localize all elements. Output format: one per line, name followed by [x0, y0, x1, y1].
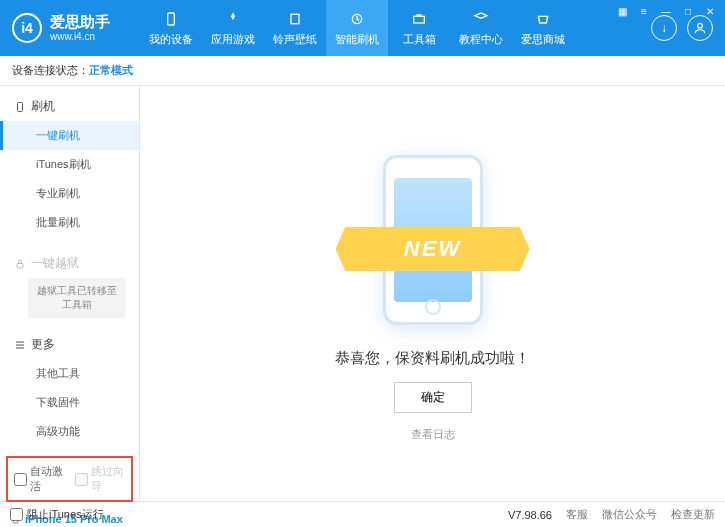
footer-link-update[interactable]: 检查更新	[671, 507, 715, 522]
menu-button[interactable]: ▦	[615, 4, 629, 18]
sidebar-item-advanced[interactable]: 高级功能	[0, 417, 139, 446]
flash-group-icon	[14, 101, 26, 113]
apps-icon	[224, 10, 242, 28]
maximize-button[interactable]: □	[681, 4, 695, 18]
compact-button[interactable]: ≡	[637, 4, 651, 18]
version-label: V7.98.66	[508, 509, 552, 521]
window-controls: ▦ ≡ — □ ✕	[615, 4, 717, 18]
footer-link-wechat[interactable]: 微信公众号	[602, 507, 657, 522]
top-nav: 我的设备 应用游戏 铃声壁纸 智能刷机 工具箱 教程中心 爱思商城	[140, 0, 651, 56]
new-badge: NEW	[336, 227, 530, 271]
svg-point-4	[698, 23, 703, 28]
sidebar-jailbreak-title: 一键越狱	[0, 249, 139, 278]
store-icon	[534, 10, 552, 28]
svg-rect-1	[291, 14, 299, 23]
sidebar: 刷机 一键刷机 iTunes刷机 专业刷机 批量刷机 一键越狱 越狱工具已转移至…	[0, 86, 140, 501]
auto-activate-checkbox[interactable]: 自动激活	[14, 464, 65, 494]
success-illustration: NEW	[358, 145, 508, 335]
nav-ringtone[interactable]: 铃声壁纸	[264, 0, 326, 56]
app-name: 爱思助手	[50, 14, 110, 31]
close-button[interactable]: ✕	[703, 4, 717, 18]
lock-icon	[14, 258, 26, 270]
svg-rect-3	[414, 16, 425, 23]
nav-toolbox[interactable]: 工具箱	[388, 0, 450, 56]
status-label: 设备连接状态：	[12, 63, 89, 78]
nav-tutorial[interactable]: 教程中心	[450, 0, 512, 56]
device-icon	[162, 10, 180, 28]
activation-options: 自动激活 跳过向导	[6, 456, 133, 502]
sidebar-item-download-firmware[interactable]: 下载固件	[0, 388, 139, 417]
sidebar-item-batch-flash[interactable]: 批量刷机	[0, 208, 139, 237]
block-itunes-checkbox[interactable]: 阻止iTunes运行	[10, 507, 104, 522]
logo-icon: i4	[12, 13, 42, 43]
sidebar-item-pro-flash[interactable]: 专业刷机	[0, 179, 139, 208]
titlebar: i4 爱思助手 www.i4.cn 我的设备 应用游戏 铃声壁纸 智能刷机 工具…	[0, 0, 725, 56]
tutorial-icon	[472, 10, 490, 28]
ringtone-icon	[286, 10, 304, 28]
nav-flash[interactable]: 智能刷机	[326, 0, 388, 56]
jailbreak-note: 越狱工具已转移至工具箱	[28, 278, 125, 318]
flash-icon	[348, 10, 366, 28]
svg-rect-6	[17, 263, 23, 268]
list-icon	[14, 339, 26, 351]
nav-my-device[interactable]: 我的设备	[140, 0, 202, 56]
svg-rect-5	[18, 102, 23, 111]
ok-button[interactable]: 确定	[394, 382, 472, 413]
status-mode: 正常模式	[89, 63, 133, 78]
content-area: NEW 恭喜您，保资料刷机成功啦！ 确定 查看日志	[140, 86, 725, 501]
user-button[interactable]	[687, 15, 713, 41]
minimize-button[interactable]: —	[659, 4, 673, 18]
sidebar-item-other-tools[interactable]: 其他工具	[0, 359, 139, 388]
success-message: 恭喜您，保资料刷机成功啦！	[335, 349, 530, 368]
nav-store[interactable]: 爱思商城	[512, 0, 574, 56]
sidebar-item-oneclick-flash[interactable]: 一键刷机	[0, 121, 139, 150]
nav-apps[interactable]: 应用游戏	[202, 0, 264, 56]
toolbox-icon	[410, 10, 428, 28]
sidebar-more-title[interactable]: 更多	[0, 330, 139, 359]
download-icon: ↓	[661, 21, 667, 35]
user-icon	[693, 21, 707, 35]
logo: i4 爱思助手 www.i4.cn	[12, 13, 110, 43]
app-url: www.i4.cn	[50, 31, 110, 42]
footer-link-support[interactable]: 客服	[566, 507, 588, 522]
svg-rect-0	[168, 13, 175, 25]
download-button[interactable]: ↓	[651, 15, 677, 41]
sidebar-flash-title[interactable]: 刷机	[0, 92, 139, 121]
status-bar: 设备连接状态： 正常模式	[0, 56, 725, 86]
sidebar-item-itunes-flash[interactable]: iTunes刷机	[0, 150, 139, 179]
skip-setup-checkbox[interactable]: 跳过向导	[75, 464, 126, 494]
view-log-link[interactable]: 查看日志	[411, 427, 455, 442]
